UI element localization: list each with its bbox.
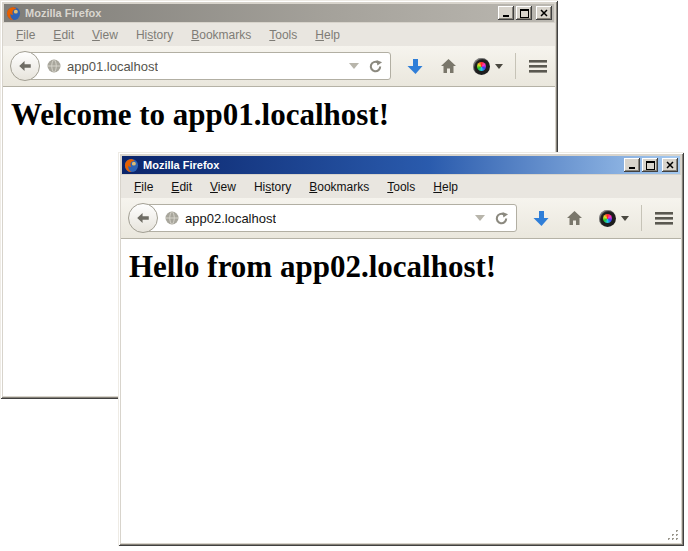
window-title: Mozilla Firefox [25,7,101,19]
addon-button[interactable] [599,210,629,227]
home-button[interactable] [566,210,583,226]
back-icon [17,58,33,74]
reload-icon[interactable] [368,59,383,74]
download-icon [533,210,550,227]
close-button[interactable] [536,6,552,20]
maximize-button[interactable] [516,6,532,20]
menu-item-bookmarks[interactable]: Bookmarks [300,177,378,197]
menu-bar: FileEditViewHistoryBookmarksToolsHelp [121,175,681,198]
menu-icon [528,59,548,74]
titlebar[interactable]: Mozilla Firefox [4,4,554,22]
url-dropdown-icon[interactable] [349,63,359,69]
maximize-icon [520,9,529,18]
lens-icon [473,58,490,75]
download-button[interactable] [533,210,550,227]
lens-icon [599,210,616,227]
menu-item-history[interactable]: History [127,25,182,45]
menu-item-tools[interactable]: Tools [260,25,306,45]
home-icon [566,210,583,226]
browser-window-app02[interactable]: Mozilla Firefox FileEditViewHistoryBookm… [118,152,684,546]
maximize-icon [646,161,655,170]
menu-item-help[interactable]: Help [306,25,349,45]
menu-item-edit[interactable]: Edit [162,177,201,197]
addon-dropdown-icon [495,64,503,69]
firefox-icon [6,6,21,21]
resize-grip-icon[interactable] [666,528,679,541]
page-heading: Welcome to app01.localhost! [11,97,555,133]
menu-item-help[interactable]: Help [424,177,467,197]
menu-item-view[interactable]: View [201,177,245,197]
back-button[interactable] [128,203,158,233]
close-button[interactable] [662,158,678,172]
navigation-toolbar: app01.localhost [3,46,555,87]
url-dropdown-icon[interactable] [475,215,485,221]
titlebar[interactable]: Mozilla Firefox [122,156,680,174]
menu-item-file[interactable]: File [7,25,44,45]
menu-item-history[interactable]: History [245,177,300,197]
page-content: Hello from app02.localhost! [121,239,681,543]
menu-item-edit[interactable]: Edit [44,25,83,45]
menu-icon [654,211,674,226]
maximize-button[interactable] [642,158,658,172]
menu-item-file[interactable]: File [125,177,162,197]
url-text[interactable]: app01.localhost [67,59,158,74]
menu-item-bookmarks[interactable]: Bookmarks [182,25,260,45]
globe-icon [47,59,61,73]
close-icon [666,161,674,169]
back-icon [135,210,151,226]
url-text[interactable]: app02.localhost [185,211,276,226]
menu-panel-button[interactable] [654,211,674,226]
reload-icon[interactable] [494,211,509,226]
toolbar-separator [641,205,642,231]
home-button[interactable] [440,58,457,74]
navigation-toolbar: app02.localhost [121,198,681,239]
minimize-button[interactable] [498,6,514,20]
home-icon [440,58,457,74]
addon-dropdown-icon [621,216,629,221]
menu-bar: FileEditViewHistoryBookmarksToolsHelp [3,23,555,46]
minimize-icon [502,9,510,17]
url-bar[interactable]: app01.localhost [24,52,391,80]
minimize-icon [628,161,636,169]
page-heading: Hello from app02.localhost! [129,249,681,285]
url-bar[interactable]: app02.localhost [142,204,517,232]
toolbar-separator [515,53,516,79]
menu-panel-button[interactable] [528,59,548,74]
firefox-icon [124,158,139,173]
addon-button[interactable] [473,58,503,75]
download-icon [407,58,424,75]
minimize-button[interactable] [624,158,640,172]
close-icon [540,9,548,17]
globe-icon [165,211,179,225]
window-title: Mozilla Firefox [143,159,219,171]
menu-item-view[interactable]: View [83,25,127,45]
download-button[interactable] [407,58,424,75]
menu-item-tools[interactable]: Tools [378,177,424,197]
back-button[interactable] [10,51,40,81]
